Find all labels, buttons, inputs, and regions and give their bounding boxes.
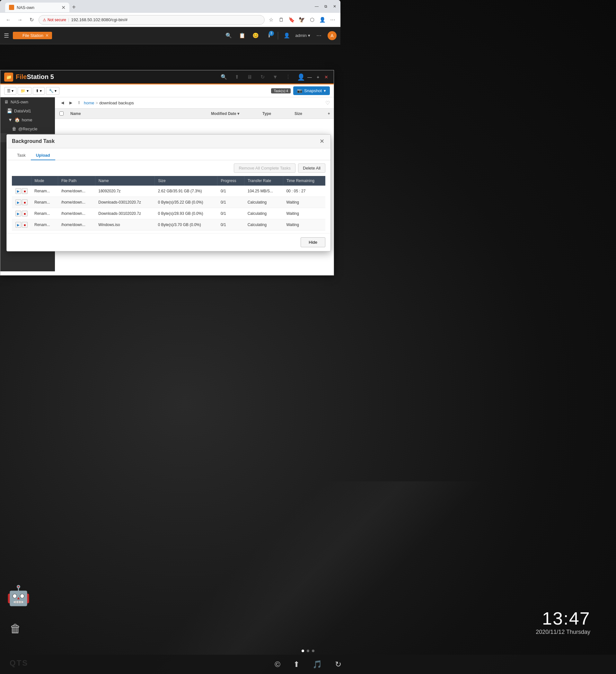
recycle-icon: 🗑 (12, 126, 16, 131)
browser-ext-icons: ☆ 🗒 🔖 🦅 ⬡ 👤 ⋯ (267, 16, 336, 24)
app-title-version: 5 (50, 73, 54, 80)
row-play-btn[interactable]: ▶ (15, 222, 21, 228)
desktop-robot-icon[interactable]: 🤖 (6, 584, 32, 610)
more-menu-icon[interactable]: ⋯ (329, 16, 336, 24)
app-minimize-btn[interactable]: — (306, 74, 313, 81)
list-view-btn[interactable]: ☰ ▾ (4, 87, 16, 95)
row-stop-btn[interactable]: ■ (22, 222, 28, 228)
row-play-btn[interactable]: ▶ (15, 199, 21, 205)
search-icon-btn[interactable]: 🔍 (224, 31, 233, 40)
new-tab-button[interactable]: + (69, 3, 78, 12)
hamburger-menu-button[interactable]: ☰ (4, 32, 9, 39)
app-maximize-btn[interactable]: + (314, 74, 321, 81)
desktop-wave (0, 481, 616, 674)
row-mode: Renam... (31, 208, 58, 219)
taskbar-icon-3[interactable]: 🎵 (312, 660, 322, 669)
tools-btn[interactable]: 🔧 ▾ (46, 87, 60, 95)
task-table-head: Mode File Path Name Size Progress Transf… (12, 176, 325, 186)
app-filter-btn[interactable]: ▼ (270, 72, 280, 82)
taskbar-icon-1[interactable]: © (275, 660, 280, 669)
taskbar-icon-2[interactable]: ⬆ (293, 660, 300, 669)
remove-all-complete-btn[interactable]: Remove All Complete Tasks (234, 163, 296, 173)
new-folder-btn[interactable]: 📁 ▾ (18, 87, 31, 95)
tab-close-btn[interactable]: ✕ (61, 4, 66, 11)
col-type-header[interactable]: Type (260, 111, 292, 116)
dot-1[interactable] (302, 650, 304, 652)
app-tab-icon (16, 33, 20, 38)
row-transfer-rate: Calculating (244, 197, 283, 208)
tab-upload[interactable]: Upload (31, 151, 55, 160)
close-button[interactable]: ✕ (331, 3, 338, 10)
sidebar-item-datavol[interactable]: 💾 DataVol1 (0, 106, 55, 115)
user-icon-btn[interactable]: 👤 (282, 31, 292, 40)
app-title-station: Station (27, 73, 48, 80)
clipboard-icon-btn[interactable]: 📋 (237, 31, 247, 40)
more-options-btn[interactable]: ⋯ (314, 31, 324, 40)
snapshot-button[interactable]: 📷 Snapshot ▾ (293, 86, 330, 95)
forward-button[interactable]: → (15, 15, 24, 24)
file-list-header: Name Modified Date ▾ Type Size + (55, 109, 334, 119)
sidebar-item-nas[interactable]: 🖥 NAS-own (0, 97, 55, 106)
not-secure-indicator: ⚠ Not secure (43, 18, 66, 22)
dialog-close-button[interactable]: ✕ (318, 138, 325, 145)
app-tab-close[interactable]: ✕ (45, 33, 49, 38)
row-play-btn[interactable]: ▶ (15, 188, 21, 194)
info-icon-btn[interactable]: ℹ 3 (264, 31, 274, 40)
row-stop-btn[interactable]: ■ (22, 211, 28, 216)
app-refresh-btn[interactable]: ↻ (257, 72, 268, 82)
col-date-header[interactable]: Modified Date ▾ (208, 111, 260, 116)
app-user-icon-btn[interactable]: 👤 (296, 72, 306, 82)
ext-icon-1[interactable]: 🗒 (278, 16, 285, 24)
th-transfer-rate: Transfer Rate (244, 176, 283, 186)
ext-icon-5[interactable]: 👤 (319, 16, 326, 24)
user-avatar[interactable]: A (328, 31, 336, 40)
back-button[interactable]: ← (4, 15, 13, 24)
row-play-btn[interactable]: ▶ (15, 211, 21, 216)
dialog-titlebar: Background Task ✕ (7, 134, 330, 148)
app-close-btn[interactable]: ✕ (323, 74, 330, 81)
upload-btn[interactable]: ⬆ ▾ (33, 87, 44, 95)
address-bar[interactable]: ⚠ Not secure | 192.168.50.102:8080/cgi-b… (38, 15, 265, 25)
ext-icon-2[interactable]: 🔖 (288, 16, 296, 24)
admin-user-button[interactable]: admin ▾ (296, 33, 310, 38)
dot-3[interactable] (312, 650, 314, 652)
row-time-remaining: Waiting (283, 208, 325, 219)
app-view-btn[interactable]: 🖥 (244, 72, 255, 82)
delete-all-btn[interactable]: Delete All (298, 163, 325, 173)
row-stop-btn[interactable]: ■ (22, 188, 28, 194)
refresh-button[interactable]: ↻ (27, 15, 36, 24)
app-upload-btn[interactable]: ⬆ (231, 72, 242, 82)
row-controls: ▶ ■ (12, 219, 31, 231)
face-icon-btn[interactable]: 😊 (251, 31, 261, 40)
app-search-btn[interactable]: 🔍 (219, 72, 229, 82)
col-name-header[interactable]: Name (68, 111, 208, 116)
desktop: NAS-own ✕ + — ⧉ ✕ ← → ↻ ⚠ Not secure | 1… (0, 0, 616, 674)
th-time-remaining: Time Remaining (283, 176, 325, 186)
th-controls (12, 176, 31, 186)
desktop-trash-icon[interactable]: 🗑 (10, 622, 21, 636)
restore-button[interactable]: ⧉ (322, 3, 329, 10)
breadcrumb-home[interactable]: home (84, 101, 94, 105)
dot-2[interactable] (307, 650, 309, 652)
nav-back-btn[interactable]: ◀ (59, 99, 66, 106)
nav-up-btn[interactable]: ⇧ (76, 99, 83, 106)
taskbar-icon-4[interactable]: ↻ (335, 660, 341, 669)
row-stop-btn[interactable]: ■ (22, 199, 28, 205)
col-size-header[interactable]: Size (292, 111, 324, 116)
bookmark-icon[interactable]: ☆ (267, 16, 275, 24)
app-tab-file-station[interactable]: File Station ✕ (13, 32, 52, 39)
sidebar-item-recycle[interactable]: 🗑 @Recycle (0, 124, 55, 133)
nav-forward-btn[interactable]: ▶ (67, 99, 74, 106)
sidebar-item-home[interactable]: ▼ 🏠 home (0, 115, 55, 124)
favorite-button[interactable]: ♡ (325, 100, 330, 106)
col-add-btn[interactable]: + (324, 111, 334, 116)
select-all-checkbox[interactable] (55, 111, 68, 116)
ext-icon-3[interactable]: 🦅 (298, 16, 306, 24)
minimize-button[interactable]: — (313, 3, 320, 10)
ext-icon-4[interactable]: ⬡ (308, 16, 316, 24)
tab-task[interactable]: Task (12, 151, 31, 160)
checkbox-all[interactable] (60, 111, 64, 116)
app-more-btn[interactable]: ⋮ (283, 72, 293, 82)
browser-tab[interactable]: NAS-own ✕ (5, 3, 69, 12)
hide-button[interactable]: Hide (301, 237, 325, 247)
